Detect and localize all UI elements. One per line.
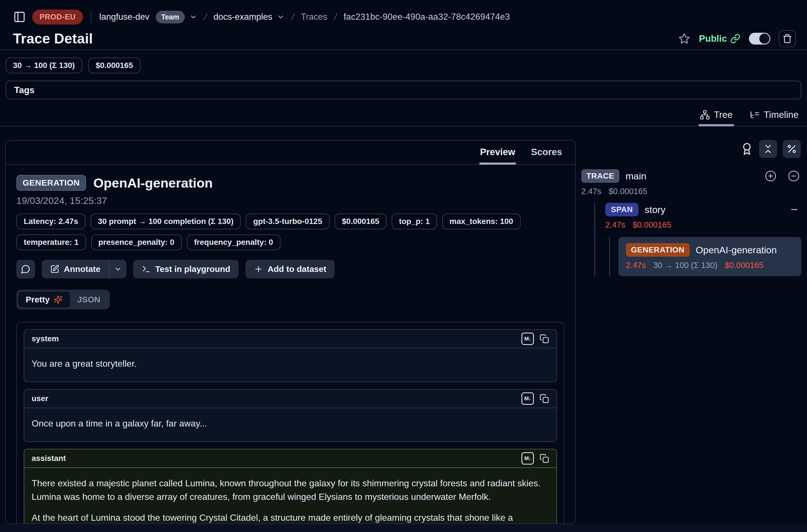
toggle-metrics-button[interactable]	[783, 140, 801, 158]
breadcrumb-trace-id: fac231bc-90ee-490a-aa32-78c4269474e3	[343, 12, 510, 22]
org-switcher-chevron[interactable]	[189, 13, 197, 21]
message-user: user M↓ Once upon a time in a galaxy far…	[24, 389, 557, 442]
message-role-label: system	[32, 334, 59, 343]
cost-badge: $0.000165	[335, 213, 387, 229]
span-latency: 2.47s	[605, 220, 625, 230]
tab-tree[interactable]: Tree	[699, 107, 734, 126]
chevron-down-icon	[114, 265, 122, 273]
collapse-tree-button[interactable]	[788, 170, 800, 182]
generation-tokens: 30 → 100 (Σ 130)	[653, 261, 717, 270]
annotate-split-button: Annotate	[42, 260, 126, 279]
annotate-menu-button[interactable]	[110, 260, 126, 279]
collapse-node-button[interactable]	[789, 205, 799, 214]
generation-metrics: 2.47s 30 → 100 (Σ 130) $0.000165	[626, 261, 794, 270]
markdown-toggle-icon[interactable]: M↓	[522, 452, 534, 464]
annotation-queue-button[interactable]	[740, 142, 753, 155]
message-assistant: assistant M↓ There existed a majestic pl…	[24, 449, 557, 524]
generation-type-badge: GENERATION	[626, 243, 690, 257]
markdown-toggle-icon[interactable]: M↓	[522, 392, 534, 405]
trace-latency: 2.47s	[581, 187, 601, 196]
trace-cost: $0.000165	[608, 187, 647, 196]
tab-scores[interactable]: Scores	[530, 140, 563, 164]
chevron-down-icon	[277, 13, 285, 21]
annotate-button[interactable]: Annotate	[42, 260, 109, 279]
span-name: story	[645, 204, 665, 215]
bookmark-star-button[interactable]	[678, 33, 691, 45]
format-json-button[interactable]: JSON	[70, 292, 108, 307]
latency-badge: Latency: 2.47s	[16, 213, 86, 229]
public-link[interactable]: Public	[699, 33, 740, 44]
token-usage-badge: 30 prompt → 100 completion (Σ 130)	[91, 213, 241, 229]
collapse-all-button[interactable]	[759, 140, 777, 158]
project-switcher-chevron[interactable]	[277, 13, 285, 21]
comment-button[interactable]	[16, 260, 35, 279]
timeline-icon	[750, 110, 760, 120]
format-pretty-button[interactable]: Pretty	[18, 292, 70, 307]
messages-container: system M↓ You are a great storyteller. u…	[16, 322, 564, 524]
max-tokens-badge: max_tokens: 100	[442, 213, 521, 229]
sparkles-icon	[54, 295, 63, 304]
tab-preview[interactable]: Preview	[480, 140, 516, 164]
copy-icon[interactable]	[540, 334, 549, 344]
tree-node-generation-selected[interactable]: GENERATION OpenAI-generation 2.47s 30 → …	[619, 237, 801, 276]
panel-left-icon	[13, 11, 26, 23]
generation-cost: $0.000165	[725, 261, 763, 270]
message-content: Once upon a time in a galaxy far, far aw…	[24, 408, 557, 441]
presence-penalty-badge: presence_penalty: 0	[91, 234, 182, 250]
bottom-edge	[0, 525, 807, 532]
award-icon	[740, 142, 753, 155]
breadcrumb-org[interactable]: langfuse-dev	[99, 12, 150, 22]
trace-tokens-badge: 30 → 100 (Σ 130)	[6, 58, 82, 73]
observation-badges: Latency: 2.47s 30 prompt → 100 completio…	[16, 213, 564, 250]
breadcrumb-project[interactable]: docs-examples	[213, 12, 272, 22]
generation-name: OpenAI-generation	[696, 245, 777, 255]
observation-name: OpenAI-generation	[93, 175, 213, 191]
expand-all-button[interactable]	[765, 170, 776, 182]
generation-latency: 2.47s	[626, 261, 646, 270]
observation-type-badge: GENERATION	[16, 175, 86, 191]
breadcrumb-separator: /	[332, 12, 339, 23]
plus-circle-icon	[765, 170, 776, 182]
breadcrumb-traces-link[interactable]: Traces	[301, 12, 327, 22]
trace-metrics: 2.47s $0.000165	[581, 187, 801, 196]
temperature-badge: temperature: 1	[16, 234, 86, 250]
tab-timeline-label: Timeline	[764, 110, 799, 120]
test-in-playground-button[interactable]: Test in playground	[133, 260, 239, 279]
tree-node-trace[interactable]: TRACE main	[581, 169, 801, 183]
minus-icon	[789, 205, 799, 214]
span-cost: $0.000165	[633, 220, 671, 230]
message-system: system M↓ You are a great storyteller.	[24, 329, 557, 382]
trace-name: main	[625, 171, 646, 182]
environment-badge[interactable]: PROD-EU	[32, 10, 83, 24]
trace-cost-badge: $0.000165	[88, 58, 140, 73]
breadcrumb-separator: /	[290, 12, 296, 23]
view-tabs: Tree Timeline	[0, 107, 807, 126]
public-toggle[interactable]	[749, 33, 770, 44]
action-buttons: Annotate Test in playground Add to datas…	[16, 260, 564, 279]
star-icon	[678, 33, 691, 45]
chevrons-collapse-icon	[763, 144, 773, 154]
tags-container[interactable]: Tags	[6, 81, 801, 99]
markdown-toggle-icon[interactable]: M↓	[522, 332, 534, 345]
minus-circle-icon	[788, 170, 800, 182]
delete-trace-button[interactable]	[779, 30, 796, 47]
page-header: Trace Detail Public	[0, 26, 807, 50]
page-title: Trace Detail	[13, 31, 93, 47]
org-plan-badge: Team	[156, 11, 185, 23]
copy-icon[interactable]	[540, 454, 549, 463]
model-badge[interactable]: gpt-3.5-turbo-0125	[246, 213, 329, 229]
add-to-dataset-button[interactable]: Add to dataset	[245, 260, 335, 279]
breadcrumb: PROD-EU langfuse-dev Team / docs-example…	[0, 0, 807, 26]
percent-icon	[786, 144, 797, 154]
comment-icon	[21, 264, 31, 274]
trace-metric-badges: 30 → 100 (Σ 130) $0.000165	[0, 50, 807, 73]
link-icon	[730, 34, 740, 44]
tab-timeline[interactable]: Timeline	[749, 107, 800, 126]
tree-node-span[interactable]: SPAN story	[605, 203, 801, 216]
plus-icon	[254, 265, 263, 273]
edit-icon	[50, 265, 59, 273]
sidebar-toggle-button[interactable]	[13, 11, 26, 23]
copy-icon[interactable]	[540, 394, 549, 403]
format-toggle: Pretty JSON	[16, 290, 110, 309]
breadcrumb-divider	[91, 11, 91, 23]
